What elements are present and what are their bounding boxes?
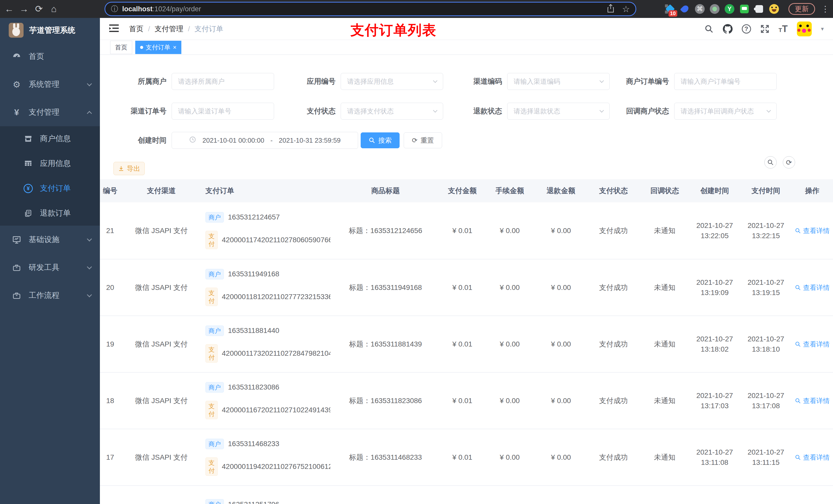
view-detail-link[interactable]: 查看详情 xyxy=(795,339,830,349)
merchant-order-no-input[interactable]: 请输入商户订单编号 xyxy=(674,73,777,90)
profile-smiley-icon[interactable] xyxy=(769,4,779,14)
help-icon[interactable]: ? xyxy=(742,24,751,33)
sidebar-item-workflow[interactable]: 工作流程 xyxy=(0,282,100,309)
bookmark-star-icon[interactable]: ☆ xyxy=(622,4,630,14)
browser-reload-icon[interactable]: ⟳ xyxy=(32,0,46,18)
extension-badge: 10 xyxy=(669,10,677,17)
search-button[interactable]: 搜索 xyxy=(361,133,400,148)
view-detail-link[interactable]: 查看详情 xyxy=(795,396,830,406)
input-placeholder: 请选择所属商户 xyxy=(178,77,224,86)
site-info-icon[interactable]: ⓘ xyxy=(111,4,118,14)
pay-tag: 支付 xyxy=(206,231,218,249)
chevron-down-icon xyxy=(433,79,437,83)
refresh-table-button[interactable]: ⟳ xyxy=(783,156,795,169)
cell-product-title: 标题：1635311468233 xyxy=(330,452,441,462)
briefcase-icon xyxy=(11,291,23,300)
chevron-down-icon xyxy=(87,236,92,241)
extension-y-icon[interactable]: Y xyxy=(724,4,735,14)
user-avatar[interactable] xyxy=(797,22,812,37)
extension-chat-icon[interactable] xyxy=(739,4,749,14)
cell-pay-amount: ¥ 0.01 xyxy=(441,283,484,293)
sidebar-logo[interactable]: 芋道管理系统 xyxy=(0,18,100,43)
extension-record-icon[interactable] xyxy=(710,4,720,14)
callback-status-select[interactable]: 请选择订单回调商户状态 xyxy=(674,103,777,120)
search-icon[interactable] xyxy=(705,24,714,33)
cell-pay-time: 2021-10-2713:18:10 xyxy=(740,334,791,355)
github-icon[interactable] xyxy=(723,24,733,34)
tab-pay-order[interactable]: 支付订单 × xyxy=(135,41,181,54)
main-area: 首页 / 支付管理 / 支付订单 支付订单列表 ? TT xyxy=(100,18,833,504)
filter-label-callback-status: 回调商户状态 xyxy=(592,103,669,120)
sidebar-item-label: 工作流程 xyxy=(29,290,60,301)
cell-pay-amount: ¥ 0.01 xyxy=(441,225,484,236)
tags-view-bar: 首页 支付订单 × xyxy=(100,40,833,55)
app-no-select[interactable]: 请选择应用信息 xyxy=(341,73,443,90)
sidebar-item-label: 研发工具 xyxy=(29,262,60,273)
url-path: :1024/pay/order xyxy=(153,5,201,13)
view-detail-link[interactable]: 查看详情 xyxy=(795,225,830,236)
sidebar-item-label: 应用信息 xyxy=(40,158,71,169)
browser-home-icon[interactable]: ⌂ xyxy=(47,0,61,18)
fullscreen-icon[interactable] xyxy=(760,24,769,33)
pay-status-select[interactable]: 请选择支付状态 xyxy=(341,103,443,120)
extension-drop-icon[interactable] xyxy=(680,4,690,14)
browser-back-icon[interactable]: ← xyxy=(2,0,16,18)
tab-label: 支付订单 xyxy=(146,43,170,51)
tab-label: 首页 xyxy=(115,43,127,51)
chevron-down-icon xyxy=(87,292,92,297)
export-button[interactable]: 导出 xyxy=(114,162,145,175)
sidebar-item-home[interactable]: 首页 xyxy=(0,43,100,70)
sidebar-item-devtools[interactable]: 研发工具 xyxy=(0,254,100,282)
browser-update-button[interactable]: 更新 xyxy=(788,3,815,15)
tab-home[interactable]: 首页 xyxy=(110,41,132,54)
extension-diamond-icon[interactable]: 10 xyxy=(665,4,675,14)
yen-icon: ¥ xyxy=(11,107,23,117)
extension-command-icon[interactable]: ⌘ xyxy=(695,4,705,14)
share-icon[interactable] xyxy=(607,4,615,14)
chevron-down-icon xyxy=(433,108,437,113)
avatar-caret-icon[interactable]: ▾ xyxy=(821,26,824,32)
cell-pay-order: 商户1635311949168 支付4200001181202110277723… xyxy=(203,269,330,306)
browser-menu-icon[interactable]: ⋮ xyxy=(821,0,829,18)
table-row: 17 微信 JSAPI 支付 商户1635311468233 支付4200001… xyxy=(100,429,833,485)
logo-avatar xyxy=(9,23,24,38)
cell-refund-amount: ¥ 0.00 xyxy=(536,452,587,462)
col-pay-time: 支付时间 xyxy=(740,186,791,196)
breadcrumb-payment[interactable]: 支付管理 xyxy=(155,24,184,34)
cell-pay-order: 商户1635311881440 支付4200001173202110272847… xyxy=(203,326,330,363)
view-detail-link[interactable]: 查看详情 xyxy=(795,452,830,462)
sidebar-item-pay-order[interactable]: ¥ 支付订单 xyxy=(0,176,100,201)
cell-callback-status: 未通知 xyxy=(640,283,689,293)
sidebar-item-payment[interactable]: ¥ 支付管理 xyxy=(0,98,100,126)
create-time-range-picker[interactable]: 2021-10-01 00:00:00 - 2021-10-31 23:59:5… xyxy=(172,132,358,149)
cell-pay-status: 支付成功 xyxy=(587,283,640,293)
table-row: 18 微信 JSAPI 支付 商户1635311823086 支付4200001… xyxy=(100,372,833,429)
cell-id: 21 xyxy=(100,225,120,236)
sidebar-item-app-info[interactable]: 应用信息 xyxy=(0,151,100,176)
cell-channel: 微信 JSAPI 支付 xyxy=(120,339,203,349)
table-row: 21 微信 JSAPI 支付 商户1635312124657 支付4200001… xyxy=(100,202,833,259)
tab-close-icon[interactable]: × xyxy=(173,44,176,51)
top-navbar: 首页 / 支付管理 / 支付订单 支付订单列表 ? TT xyxy=(100,18,833,40)
extensions-puzzle-icon[interactable] xyxy=(754,4,764,14)
sidebar-fold-icon[interactable] xyxy=(109,24,119,34)
cell-pay-time: 2021-10-2713:11:15 xyxy=(740,447,791,467)
breadcrumb-home[interactable]: 首页 xyxy=(129,24,143,34)
page-title-annotation: 支付订单列表 xyxy=(351,21,436,40)
sidebar-item-merchant-info[interactable]: 商户信息 xyxy=(0,126,100,151)
sidebar-item-infra[interactable]: 基础设施 xyxy=(0,225,100,254)
address-bar[interactable]: ⓘ localhost :1024/pay/order ☆ xyxy=(104,2,636,16)
filter-label-merchant-order-no: 商户订单编号 xyxy=(592,73,669,90)
browser-forward-icon[interactable]: → xyxy=(17,0,31,18)
hide-search-button[interactable] xyxy=(764,156,777,169)
sidebar-item-refund-order[interactable]: 退款订单 xyxy=(0,201,100,225)
col-id: 编号 xyxy=(100,186,120,196)
font-size-icon[interactable]: TT xyxy=(779,24,788,34)
reset-button[interactable]: ⟳ 重置 xyxy=(404,133,442,148)
cell-refund-amount: ¥ 0.00 xyxy=(536,396,587,406)
pay-order-no: 4200001173202110272847982104 xyxy=(222,348,330,359)
cell-refund-amount: ¥ 0.00 xyxy=(536,339,587,349)
view-detail-link[interactable]: 查看详情 xyxy=(795,283,830,293)
sidebar-item-system[interactable]: ⚙ 系统管理 xyxy=(0,70,100,98)
pay-order-no: 4200001167202110271022491439 xyxy=(222,405,330,415)
